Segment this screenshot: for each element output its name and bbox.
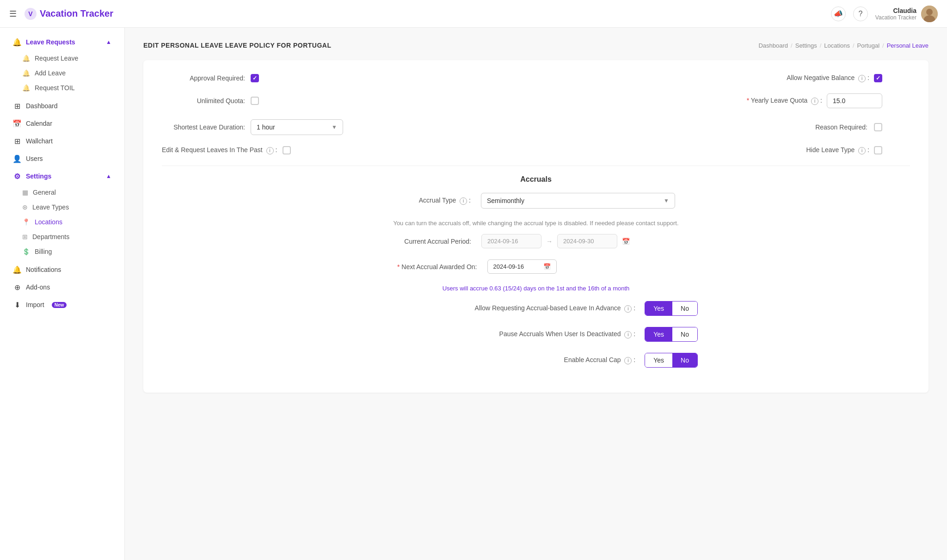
allow-requesting-no-button[interactable]: No: [672, 302, 697, 315]
sidebar-item-billing[interactable]: 💲 Billing: [22, 244, 124, 259]
sidebar-item-label-calendar: Calendar: [26, 120, 52, 127]
form-row-accrual-cap: Enable Accrual Cap i : Yes No: [162, 353, 910, 368]
notifications-icon: 🔔: [13, 265, 21, 274]
sidebar-item-dashboard[interactable]: ⊞ Dashboard: [4, 97, 121, 115]
logo-text: Vacation Tracker: [40, 8, 113, 19]
breadcrumb-sep-3: /: [853, 42, 855, 49]
allow-requesting-label: Allow Requesting Accrual-based Leave In …: [374, 304, 635, 313]
next-accrual-date-value: 2024-09-16: [493, 263, 524, 270]
allow-negative-balance-checkbox[interactable]: ✓: [874, 74, 882, 82]
form-row-edit: Edit & Request Leaves In The Past i : Hi…: [162, 146, 910, 154]
edit-request-info-icon[interactable]: i: [266, 147, 274, 154]
leave-requests-icon: 🔔: [13, 38, 21, 46]
sidebar-item-departments[interactable]: ⊞ Departments: [22, 229, 124, 244]
shortest-leave-duration-label: Shortest Leave Duration:: [162, 123, 245, 131]
next-accrual-date-input[interactable]: 2024-09-16 📅: [487, 259, 557, 274]
edit-request-checkbox[interactable]: [283, 146, 291, 154]
form-row-duration: Shortest Leave Duration: 1 hour ▼ Reason…: [162, 119, 910, 135]
sidebar-item-request-leave[interactable]: 🔔 Request Leave: [22, 51, 124, 66]
sidebar-item-leave-requests[interactable]: 🔔 Leave Requests ▲: [4, 33, 121, 51]
announcement-icon[interactable]: 📣: [831, 6, 846, 21]
negative-balance-info-icon[interactable]: i: [858, 75, 866, 82]
accrual-cap-no-button[interactable]: No: [672, 353, 697, 367]
pause-accruals-info-icon[interactable]: i: [624, 331, 632, 338]
sidebar-item-general[interactable]: ▦ General: [22, 185, 124, 200]
page-title: EDIT PERSONAL LEAVE LEAVE POLICY FOR POR…: [143, 42, 332, 49]
sidebar-item-add-leave[interactable]: 🔔 Add Leave: [22, 66, 124, 80]
sidebar-item-locations[interactable]: 📍 Locations: [22, 215, 124, 229]
request-toil-icon: 🔔: [22, 84, 30, 92]
next-accrual-calendar-icon[interactable]: 📅: [543, 263, 551, 270]
shortest-leave-duration-select[interactable]: 1 hour ▼: [251, 119, 343, 135]
accrual-type-select[interactable]: Semimonthly ▼: [481, 193, 675, 209]
logo-icon: V: [24, 7, 37, 20]
sidebar-item-label-wallchart: Wallchart: [26, 137, 53, 145]
sidebar-item-import[interactable]: ⬇ Import New: [4, 296, 121, 314]
approval-required-checkmark: ✓: [252, 75, 257, 81]
sidebar-item-label-billing: Billing: [35, 248, 52, 255]
pause-accruals-no-button[interactable]: No: [672, 327, 697, 341]
accrual-cap-yes-button[interactable]: Yes: [645, 353, 672, 367]
sidebar-item-leave-types[interactable]: ⊛ Leave Types: [22, 200, 124, 215]
sidebar-item-notifications[interactable]: 🔔 Notifications: [4, 261, 121, 278]
sidebar-item-label-general: General: [33, 189, 56, 196]
allow-requesting-yes-button[interactable]: Yes: [645, 302, 672, 315]
form-row-quota: Unlimited Quota: * Yearly Leave Quota i …: [162, 93, 910, 108]
form-row-accrual-type: Accrual Type i : Semimonthly ▼: [162, 193, 910, 209]
allow-requesting-info-icon[interactable]: i: [624, 305, 632, 313]
unlimited-quota-checkbox[interactable]: [251, 97, 259, 105]
hide-leave-type-checkbox[interactable]: [874, 146, 882, 154]
main-layout: 🔔 Leave Requests ▲ 🔔 Request Leave 🔔 Add…: [0, 28, 947, 560]
sidebar-item-label-leave-requests: Leave Requests: [26, 38, 75, 46]
breadcrumb-settings[interactable]: Settings: [795, 42, 817, 49]
breadcrumb-locations[interactable]: Locations: [824, 42, 850, 49]
accrual-type-info-icon[interactable]: i: [460, 197, 467, 205]
allow-negative-balance-label: Allow Negative Balance i :: [787, 74, 869, 82]
hide-leave-type-info-icon[interactable]: i: [858, 147, 866, 154]
form-row-next-accrual: * Next Accrual Awarded On: 2024-09-16 📅: [162, 259, 910, 274]
help-icon[interactable]: ?: [853, 6, 868, 21]
sidebar-item-label-request-leave: Request Leave: [35, 55, 78, 62]
sidebar-item-request-toil[interactable]: 🔔 Request TOIL: [22, 80, 124, 95]
sidebar-item-users[interactable]: 👤 Users: [4, 150, 121, 167]
form-card: Approval Required: ✓ Allow Negative Bala…: [143, 60, 929, 393]
hide-leave-type-label: Hide Leave Type i :: [806, 146, 870, 154]
breadcrumb-dashboard[interactable]: Dashboard: [758, 42, 788, 49]
reason-required-checkbox[interactable]: [874, 123, 882, 131]
leave-types-icon: ⊛: [22, 203, 28, 211]
avatar[interactable]: [921, 6, 938, 22]
menu-toggle-button[interactable]: ☰: [9, 9, 17, 19]
sidebar-item-label-settings: Settings: [26, 172, 51, 180]
form-row-accrual-period: Current Accrual Period: 2024-09-16 → 202…: [162, 234, 910, 248]
sidebar-section-leave-requests: 🔔 Leave Requests ▲ 🔔 Request Leave 🔔 Add…: [0, 33, 124, 95]
user-info: Claudia Vacation Tracker: [875, 6, 938, 22]
accrual-period-end-input: 2024-09-30: [557, 234, 617, 248]
sidebar-item-calendar[interactable]: 📅 Calendar: [4, 115, 121, 132]
accrual-type-label: Accrual Type i :: [397, 197, 471, 205]
breadcrumb-current: Personal Leave: [887, 42, 929, 49]
logo[interactable]: V Vacation Tracker: [24, 7, 113, 20]
accrual-cap-info-icon[interactable]: i: [624, 357, 632, 364]
import-icon: ⬇: [13, 301, 21, 309]
approval-required-checkbox[interactable]: ✓: [251, 74, 259, 82]
approval-required-label: Approval Required:: [162, 74, 245, 82]
calendar-date-icon[interactable]: 📅: [622, 238, 630, 245]
pause-accruals-yes-button[interactable]: Yes: [645, 327, 672, 341]
accrual-type-chevron-icon: ▼: [664, 197, 669, 204]
sidebar-item-addons[interactable]: ⊕ Add-ons: [4, 278, 121, 296]
sidebar-item-label-import: Import: [26, 301, 44, 308]
sidebar-item-label-notifications: Notifications: [26, 266, 61, 273]
sidebar-item-wallchart[interactable]: ⊞ Wallchart: [4, 132, 121, 150]
next-accrual-label: * Next Accrual Awarded On:: [397, 263, 477, 271]
sidebar-item-settings[interactable]: ⚙ Settings ▲: [4, 167, 121, 185]
form-row-pause-accruals: Pause Accruals When User Is Deactivated …: [162, 327, 910, 342]
yearly-leave-quota-input[interactable]: [827, 93, 882, 108]
sidebar-sub-leave-requests: 🔔 Request Leave 🔔 Add Leave 🔔 Request TO…: [0, 51, 124, 95]
page-header: EDIT PERSONAL LEAVE LEAVE POLICY FOR POR…: [143, 42, 929, 49]
breadcrumb-portugal[interactable]: Portugal: [857, 42, 879, 49]
yearly-quota-info-icon[interactable]: i: [811, 98, 818, 105]
accrual-cap-btn-group: Yes No: [645, 353, 698, 368]
general-icon: ▦: [22, 189, 28, 196]
calendar-icon: 📅: [13, 119, 21, 128]
billing-icon: 💲: [22, 248, 30, 255]
